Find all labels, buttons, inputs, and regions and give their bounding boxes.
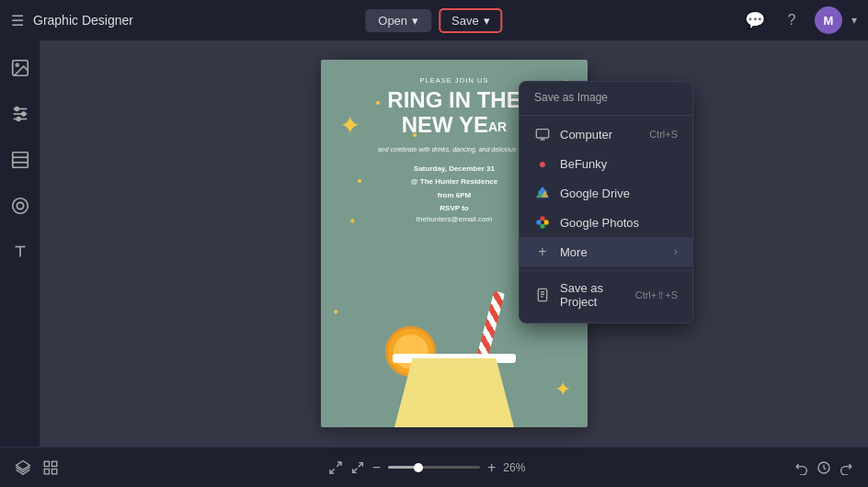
- befunky-label: BeFunky: [560, 157, 607, 171]
- ring-in-text: RING IN THE: [387, 88, 520, 112]
- svg-point-23: [541, 221, 544, 224]
- menu-item-computer[interactable]: Computer Ctrl+S: [520, 119, 692, 149]
- menu-header: Save as Image: [520, 89, 692, 111]
- chat-icon: 💬: [745, 10, 765, 30]
- sidebar: [0, 40, 40, 447]
- gphotos-icon: [534, 214, 551, 231]
- hamburger-icon[interactable]: ☰: [11, 12, 24, 29]
- save-dropdown-menu: Save as Image Computer Ctrl+S ● BeFunky: [519, 81, 693, 323]
- header-right: 💬 ? M ▾: [741, 6, 857, 34]
- svg-point-6: [21, 112, 25, 116]
- zoom-slider-thumb: [414, 463, 423, 472]
- open-chevron: ▾: [412, 14, 418, 28]
- svg-rect-29: [44, 461, 49, 466]
- menu-item-befunky[interactable]: ● BeFunky: [520, 149, 692, 178]
- celebrate-text: and celebrate with drinks, dancing, and …: [378, 145, 531, 155]
- menu-divider-2: [520, 270, 692, 271]
- zoom-percent: 26%: [503, 461, 525, 474]
- zoom-slider[interactable]: [388, 466, 480, 469]
- please-join-text: PLEASE JOIN US: [420, 76, 489, 85]
- location-text: @ The Hunter Residence: [411, 176, 498, 188]
- menu-item-gdrive[interactable]: Google Drive: [520, 178, 692, 208]
- help-button[interactable]: ?: [778, 6, 805, 34]
- fit-icon[interactable]: [350, 460, 365, 475]
- avatar-chevron[interactable]: ▾: [851, 14, 857, 27]
- time-text: from 6PM: [411, 189, 498, 202]
- expand-icon[interactable]: [328, 460, 343, 475]
- bottom-left: [15, 459, 59, 476]
- bottom-center: − + 26%: [328, 459, 526, 476]
- computer-label: Computer: [560, 128, 612, 142]
- save-project-label: Save as Project: [560, 281, 626, 309]
- chat-button[interactable]: 💬: [741, 6, 769, 34]
- menu-item-save-project[interactable]: Save as Project Ctrl+⇧+S: [520, 275, 692, 315]
- saturday-text: Saturday, December 31: [411, 163, 498, 176]
- undo-icon[interactable]: [794, 460, 809, 475]
- befunky-icon: ●: [534, 155, 551, 172]
- svg-point-11: [17, 202, 23, 209]
- svg-point-12: [12, 198, 28, 214]
- gdrive-icon: [534, 185, 551, 201]
- svg-point-1: [16, 63, 18, 66]
- menu-item-gphotos[interactable]: Google Photos: [520, 208, 692, 237]
- save-project-icon: [534, 287, 551, 303]
- avatar[interactable]: M: [815, 6, 842, 34]
- help-icon: ?: [788, 12, 796, 28]
- svg-point-21: [540, 223, 544, 228]
- rsvp-text: RSVP to: [411, 202, 498, 215]
- new-year-text: NEW YEAR: [402, 112, 507, 138]
- header: ☰ Graphic Designer Open ▾ Save ▾ 💬 ? M ▾: [0, 0, 868, 40]
- redo-icon[interactable]: [839, 460, 853, 475]
- computer-icon: [534, 126, 551, 142]
- save-label: Save: [451, 14, 479, 28]
- grid-icon[interactable]: [42, 459, 59, 476]
- more-label: More: [560, 245, 588, 259]
- zoom-slider-fill: [388, 466, 416, 469]
- menu-item-more[interactable]: + More ›: [520, 237, 692, 266]
- svg-rect-32: [52, 469, 57, 473]
- header-center: Open ▾ Save ▾: [365, 8, 502, 33]
- sidebar-icon-layers[interactable]: [4, 143, 37, 176]
- svg-point-5: [15, 108, 18, 111]
- layers-icon[interactable]: [15, 459, 31, 476]
- canvas-area: ✦ ✦ ✦ ✦ ✦ ✦ PLEASE JOIN US RING IN THE N…: [40, 40, 868, 447]
- history-icon[interactable]: [817, 460, 831, 475]
- svg-point-7: [17, 118, 20, 121]
- svg-point-20: [543, 220, 548, 224]
- event-details: Saturday, December 31 @ The Hunter Resid…: [411, 163, 498, 216]
- svg-rect-30: [52, 461, 57, 466]
- svg-line-33: [337, 462, 341, 467]
- glass-body: [394, 358, 514, 427]
- save-button[interactable]: Save ▾: [439, 8, 503, 33]
- zoom-in-icon[interactable]: +: [487, 459, 496, 476]
- email-text: thehunters@email.com: [417, 215, 492, 223]
- sidebar-icon-image[interactable]: [4, 51, 37, 85]
- sidebar-icon-text[interactable]: [4, 235, 37, 268]
- menu-divider-1: [520, 115, 692, 116]
- more-icon: +: [534, 244, 551, 260]
- more-arrow: ›: [674, 245, 678, 258]
- svg-line-35: [352, 468, 357, 472]
- svg-line-34: [330, 469, 335, 473]
- computer-shortcut: Ctrl+S: [649, 129, 678, 140]
- save-chevron: ▾: [484, 14, 490, 28]
- svg-line-36: [358, 462, 362, 467]
- sidebar-icon-elements[interactable]: [4, 189, 37, 222]
- svg-rect-15: [536, 130, 548, 138]
- main-area: ✦ ✦ ✦ ✦ ✦ ✦ PLEASE JOIN US RING IN THE N…: [0, 40, 868, 447]
- glass: [394, 345, 514, 427]
- svg-point-19: [540, 216, 544, 221]
- bottom-right: [794, 460, 853, 475]
- sidebar-icon-adjustments[interactable]: [4, 97, 37, 130]
- svg-rect-31: [44, 469, 49, 473]
- save-project-shortcut: Ctrl+⇧+S: [635, 289, 678, 301]
- svg-point-22: [536, 220, 541, 224]
- app-title: Graphic Designer: [33, 13, 133, 28]
- open-label: Open: [378, 14, 407, 28]
- zoom-out-icon[interactable]: −: [372, 459, 381, 476]
- svg-rect-8: [12, 153, 28, 168]
- open-button[interactable]: Open ▾: [365, 9, 431, 32]
- gphotos-label: Google Photos: [560, 216, 639, 230]
- bottom-toolbar: − + 26%: [0, 447, 868, 487]
- gdrive-label: Google Drive: [560, 187, 630, 200]
